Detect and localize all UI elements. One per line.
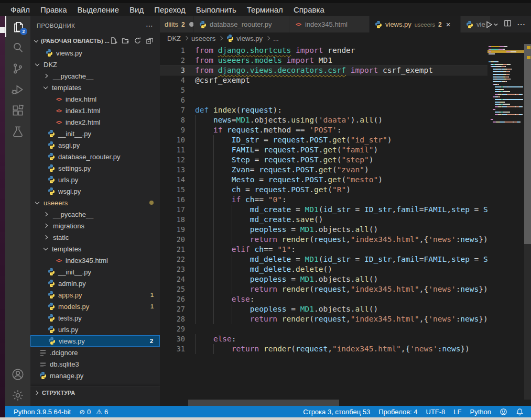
code-token: , [392, 205, 396, 214]
minimap-line [489, 53, 495, 54]
refresh-icon[interactable] [134, 37, 142, 46]
breadcrumb-item-DKZ[interactable]: DKZ [167, 35, 181, 42]
tree-item-apps.py[interactable]: apps.py1 [30, 289, 160, 301]
menu-item-edit[interactable]: Правка [35, 3, 72, 16]
tree-item-tests.py[interactable]: tests.py [30, 312, 160, 324]
tree-item-index.html[interactable]: <>index.html [30, 93, 160, 105]
search-icon[interactable] [5, 37, 30, 58]
tree-item-index345.html[interactable]: <>index345.html [30, 255, 160, 266]
tree-item-index1.html[interactable]: <>index1.html [30, 105, 160, 116]
tree-item-views.py[interactable]: views.py2 [30, 335, 160, 347]
tree-item-manage.py[interactable]: manage.py [30, 370, 160, 381]
tab-views.py[interactable]: views.pyuseeers2× [370, 16, 460, 32]
tree-item-settings.py[interactable]: settings.py [30, 162, 160, 174]
workspace-section-header[interactable]: (РАБОЧАЯ ОБЛАСТЬ) ... [30, 35, 160, 47]
settings-icon[interactable] [5, 385, 30, 406]
code-editor[interactable]: 1from django.shortcuts import render2fro… [160, 44, 531, 406]
tree-item-__pycache__[interactable]: __pycache__ [30, 70, 160, 82]
breadcrumb-item-useeers[interactable]: useeers [191, 35, 215, 42]
minimap-line [503, 64, 507, 65]
menu-item-file[interactable]: Файл [5, 3, 35, 16]
chevron-down-icon [35, 61, 39, 65]
breadcrumb-item-...[interactable]: ... [273, 35, 279, 42]
status-cursor-position[interactable]: Строка 3, столбец 53 [299, 406, 374, 417]
code-token: ( [314, 116, 319, 124]
indent-guide [213, 284, 232, 294]
status-feedback[interactable] [495, 406, 512, 417]
code-token: . [300, 175, 305, 184]
minimap-line [503, 112, 507, 113]
code-token: ( [309, 285, 314, 293]
testing-icon[interactable] [5, 121, 30, 142]
activity-badge: 2 [20, 28, 27, 35]
breadcrumb-item-views.py[interactable]: views.py [226, 34, 263, 42]
tree-item-urls.py[interactable]: urls.py [30, 174, 160, 185]
tree-item-database_roouter.py[interactable]: database_roouter.py [30, 151, 160, 162]
minimap[interactable] [487, 44, 524, 406]
tree-item-templates[interactable]: templates [30, 82, 160, 93]
vertical-scrollbar-slider[interactable] [524, 44, 531, 244]
source-control-icon[interactable] [5, 58, 30, 79]
account-icon[interactable] [5, 364, 30, 385]
new-folder-icon[interactable] [122, 37, 129, 46]
indent-guide [213, 304, 232, 314]
tree-item-admin.py[interactable]: admin.py [30, 278, 160, 289]
tree-item-urls.py[interactable]: urls.py [30, 324, 160, 335]
sidebar-more-icon[interactable]: ⋯ [146, 21, 154, 30]
tree-item-label: views.py [59, 337, 85, 345]
tree-item-__init__.py[interactable]: __init__.py [30, 128, 160, 139]
menu-item-help[interactable]: Справка [288, 3, 330, 16]
tree-item-__init__.py[interactable]: __init__.py [30, 266, 160, 278]
tree-item-.dcignore[interactable]: .dcignore [30, 347, 160, 358]
menu-item-run[interactable]: Выполнить [191, 3, 242, 16]
status-language-mode[interactable]: Python [466, 406, 495, 417]
outline-section-header[interactable]: СТРУКТУРА [30, 386, 160, 399]
tab-index345.html[interactable]: <>index345.html [289, 16, 369, 32]
tree-item-label: index.html [66, 95, 96, 103]
menu-item-go[interactable]: Переход [149, 3, 191, 16]
tree-item-wsgi.py[interactable]: wsgi.py [30, 185, 160, 197]
tree-item-static[interactable]: static [30, 231, 160, 243]
collapse-all-icon[interactable] [146, 37, 154, 46]
minimap-line [500, 96, 500, 97]
minimap-line [507, 69, 511, 70]
menu-item-selection[interactable]: Выделение [72, 3, 124, 16]
code-token: request [296, 345, 328, 353]
code-token: render [282, 315, 309, 323]
menu-item-view[interactable]: Вид [124, 3, 149, 16]
tree-item-templates[interactable]: templates [30, 243, 160, 255]
status-indentation[interactable]: Пробелов: 4 [374, 406, 421, 417]
more-actions-icon[interactable]: ⋯ [517, 19, 526, 29]
tree-item-db.sqlite3[interactable]: db.sqlite3 [30, 358, 160, 370]
horizontal-scrollbar-thumb[interactable] [188, 400, 339, 406]
status-notifications[interactable] [512, 406, 528, 417]
extensions-icon[interactable] [5, 100, 30, 121]
tab-diiits[interactable]: diiits2 [160, 16, 193, 32]
tree-item-models.py[interactable]: models.py1 [30, 301, 160, 312]
run-icon[interactable] [485, 20, 499, 29]
tab-database_roouter.py[interactable]: database_roouter.py [194, 16, 289, 32]
code-token: Step [232, 156, 250, 164]
code-token: ( [332, 165, 337, 174]
explorer-icon[interactable]: 2 [5, 16, 30, 37]
new-file-icon[interactable] [110, 37, 117, 46]
code-token: ( [309, 235, 314, 244]
tree-item-__pycache__[interactable]: __pycache__ [30, 208, 160, 220]
tree-item-migrations[interactable]: migrations [30, 220, 160, 231]
menu-item-terminal[interactable]: Терминал [242, 3, 288, 16]
vertical-scrollbar[interactable] [524, 44, 531, 400]
status-python-interpreter[interactable]: Python 3.9.5 64-bit [9, 406, 75, 417]
code-token: def [195, 106, 213, 114]
indent-guide [195, 115, 213, 125]
tree-item-asgi.py[interactable]: asgi.py [30, 139, 160, 151]
tree-item-index2.html[interactable]: <>index2.html [30, 116, 160, 128]
status-problems[interactable]: ⊘0⚠6 [75, 406, 112, 417]
status-eol[interactable]: LF [449, 406, 465, 417]
tree-item-DKZ[interactable]: DKZ [30, 59, 160, 70]
tree-item-useeers[interactable]: useeers [30, 197, 160, 208]
status-encoding[interactable]: UTF-8 [422, 406, 450, 417]
run-debug-icon[interactable] [5, 79, 30, 100]
split-editor-icon[interactable] [504, 19, 512, 29]
close-icon[interactable]: × [446, 20, 451, 29]
tree-item-views.py[interactable]: views.py [30, 47, 160, 59]
